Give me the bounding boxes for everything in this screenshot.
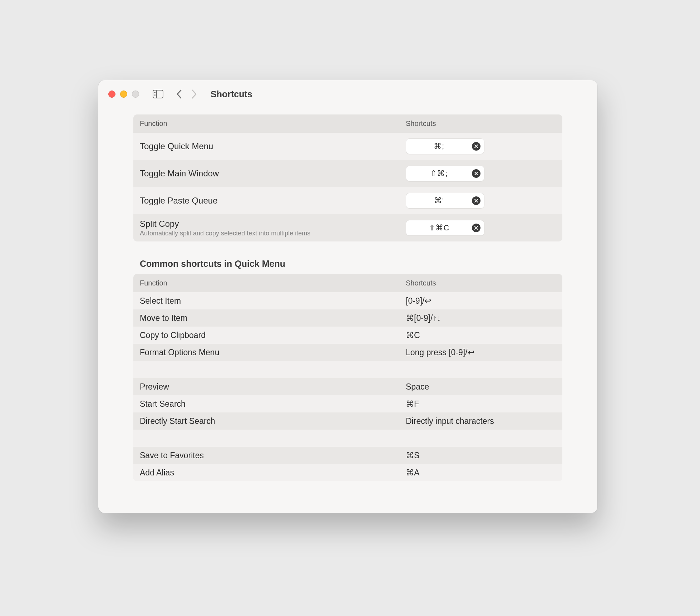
clear-shortcut-icon[interactable] xyxy=(472,196,480,205)
function-cell: Add Alias xyxy=(140,464,406,481)
shortcut-recorder[interactable]: ⌘; xyxy=(406,138,484,154)
shortcut-cell: ⇧⌘; xyxy=(406,166,556,181)
spacer-row xyxy=(133,361,562,378)
shortcut-cell: ⌘A xyxy=(406,468,556,478)
shortcut-key-label: ⌘; xyxy=(406,142,472,151)
shortcut-cell: ⌘[0-9]/↑↓ xyxy=(406,313,556,323)
table-row: PreviewSpace xyxy=(133,378,562,395)
traffic-lights xyxy=(108,91,139,98)
function-label: Add Alias xyxy=(140,468,406,478)
table-row: Start Search⌘F xyxy=(133,395,562,412)
function-label: Toggle Quick Menu xyxy=(140,141,406,151)
clear-shortcut-icon[interactable] xyxy=(472,224,480,232)
shortcut-cell: ⌘' xyxy=(406,193,556,209)
preferences-window: Shortcuts Function Shortcuts Toggle Quic… xyxy=(98,80,597,513)
editable-shortcuts-table: Function Shortcuts Toggle Quick Menu⌘;To… xyxy=(133,114,562,241)
table-row: Select Item[0-9]/↩ xyxy=(133,292,562,309)
shortcut-key-label: [0-9]/↩ xyxy=(406,296,431,306)
clear-shortcut-icon[interactable] xyxy=(472,142,480,151)
function-sublabel: Automatically split and copy selected te… xyxy=(140,230,406,237)
shortcut-key-label: ⌘F xyxy=(406,399,419,409)
spacer-row xyxy=(133,430,562,447)
function-cell: Directly Start Search xyxy=(140,413,406,430)
section-title: Common shortcuts in Quick Menu xyxy=(140,259,562,269)
table-row: Add Alias⌘A xyxy=(133,464,562,481)
shortcut-recorder[interactable]: ⇧⌘C xyxy=(406,220,484,236)
shortcut-cell: ⌘S xyxy=(406,451,556,460)
table-row: Toggle Paste Queue⌘' xyxy=(133,187,562,214)
nav-controls xyxy=(176,89,197,99)
function-cell: Toggle Main Window xyxy=(140,165,406,182)
function-cell: Copy to Clipboard xyxy=(140,327,406,344)
function-cell: Toggle Paste Queue xyxy=(140,192,406,209)
shortcut-key-label: Space xyxy=(406,382,429,392)
shortcut-key-label: ⌘A xyxy=(406,468,419,478)
content-area: Function Shortcuts Toggle Quick Menu⌘;To… xyxy=(98,108,597,481)
shortcut-key-label: ⌘[0-9]/↑↓ xyxy=(406,313,441,323)
function-label: Move to Item xyxy=(140,313,406,323)
shortcut-key-label: Directly input characters xyxy=(406,416,494,426)
clear-shortcut-icon[interactable] xyxy=(472,169,480,178)
readonly-shortcuts-table: Function Shortcuts Select Item[0-9]/↩Mov… xyxy=(133,274,562,481)
function-cell: Save to Favorites xyxy=(140,447,406,464)
shortcut-key-label: ⌘C xyxy=(406,331,420,340)
shortcut-cell: ⌘; xyxy=(406,138,556,154)
shortcut-key-label: ⌘' xyxy=(406,196,472,205)
shortcut-key-label: ⇧⌘C xyxy=(406,223,472,233)
shortcut-cell: ⌘C xyxy=(406,331,556,340)
function-cell: Select Item xyxy=(140,293,406,309)
function-cell: Format Options Menu xyxy=(140,344,406,361)
function-label: Directly Start Search xyxy=(140,416,406,426)
function-label: Split Copy xyxy=(140,219,406,229)
function-label: Copy to Clipboard xyxy=(140,331,406,340)
table-row: Format Options MenuLong press [0-9]/↩ xyxy=(133,344,562,361)
function-label: Toggle Paste Queue xyxy=(140,196,406,206)
function-cell: Move to Item xyxy=(140,310,406,327)
page-title: Shortcuts xyxy=(211,89,252,99)
function-cell: Start Search xyxy=(140,396,406,412)
function-cell: Split CopyAutomatically split and copy s… xyxy=(140,215,406,241)
shortcut-cell: [0-9]/↩ xyxy=(406,296,556,306)
table-row: Move to Item⌘[0-9]/↑↓ xyxy=(133,309,562,327)
zoom-window-button xyxy=(132,91,139,98)
shortcut-key-label: ⌘S xyxy=(406,451,419,460)
function-label: Save to Favorites xyxy=(140,451,406,460)
header-function: Function xyxy=(140,279,406,287)
shortcut-key-label: Long press [0-9]/↩ xyxy=(406,348,474,357)
table-row: Split CopyAutomatically split and copy s… xyxy=(133,214,562,241)
minimize-window-button[interactable] xyxy=(120,91,127,98)
forward-button xyxy=(191,89,197,99)
shortcut-cell: Directly input characters xyxy=(406,416,556,426)
table-header: Function Shortcuts xyxy=(133,114,562,133)
function-label: Start Search xyxy=(140,399,406,409)
table-row: Save to Favorites⌘S xyxy=(133,447,562,464)
function-label: Toggle Main Window xyxy=(140,168,406,179)
header-function: Function xyxy=(140,119,406,128)
function-label: Select Item xyxy=(140,296,406,306)
table-row: Directly Start SearchDirectly input char… xyxy=(133,412,562,430)
header-shortcuts: Shortcuts xyxy=(406,279,556,287)
table-row: Toggle Quick Menu⌘; xyxy=(133,133,562,160)
shortcut-key-label: ⇧⌘; xyxy=(406,169,472,178)
close-window-button[interactable] xyxy=(108,91,115,98)
header-shortcuts: Shortcuts xyxy=(406,119,556,128)
back-button[interactable] xyxy=(176,89,182,99)
toggle-sidebar-icon[interactable] xyxy=(153,90,163,98)
table-header: Function Shortcuts xyxy=(133,274,562,292)
function-label: Format Options Menu xyxy=(140,348,406,357)
shortcut-cell: ⌘F xyxy=(406,399,556,409)
table-row: Toggle Main Window⇧⌘; xyxy=(133,160,562,187)
function-cell: Preview xyxy=(140,378,406,395)
table-row: Copy to Clipboard⌘C xyxy=(133,327,562,344)
shortcut-cell: Space xyxy=(406,382,556,392)
shortcut-recorder[interactable]: ⇧⌘; xyxy=(406,166,484,181)
shortcut-recorder[interactable]: ⌘' xyxy=(406,193,484,209)
shortcut-cell: ⇧⌘C xyxy=(406,220,556,236)
function-cell: Toggle Quick Menu xyxy=(140,138,406,155)
shortcut-cell: Long press [0-9]/↩ xyxy=(406,348,556,357)
titlebar: Shortcuts xyxy=(98,80,597,108)
function-label: Preview xyxy=(140,382,406,392)
